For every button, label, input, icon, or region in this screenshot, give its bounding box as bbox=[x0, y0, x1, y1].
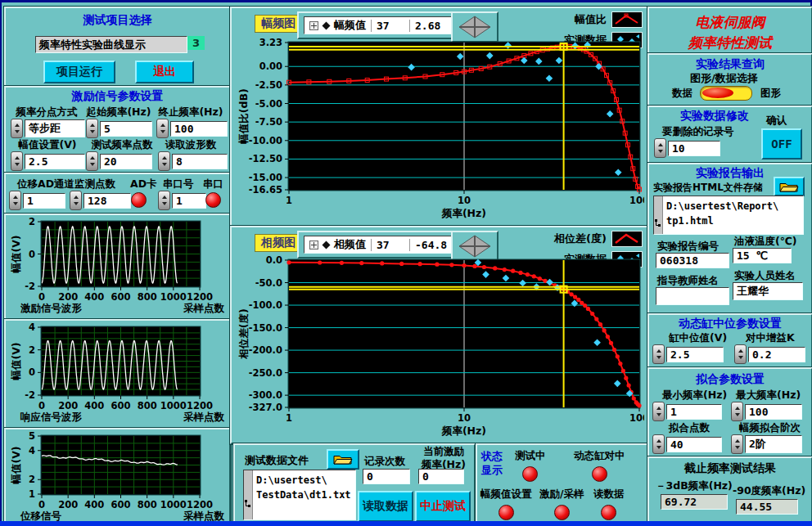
phase-cursor-readout[interactable]: 相频值 37 -64.8 bbox=[297, 231, 463, 259]
browse-file-button[interactable] bbox=[327, 449, 359, 470]
end-freq-value[interactable]: 100 bbox=[170, 121, 228, 137]
path-scroll-strip[interactable] bbox=[654, 196, 663, 234]
mid-position-value[interactable]: 2.5 bbox=[666, 347, 724, 362]
monitor-points-value[interactable]: 128 bbox=[83, 193, 131, 209]
fit-order-control[interactable]: 2阶 bbox=[731, 434, 802, 454]
spinner[interactable] bbox=[734, 344, 747, 364]
folder-icon bbox=[333, 453, 353, 465]
min-freq-value[interactable]: 1 bbox=[666, 404, 722, 420]
excitation-waveform-graph: 02004006008001000120020-2幅值(V)激励信号波形采样点数 bbox=[7, 217, 226, 316]
serial-led-label: 串口 bbox=[203, 178, 223, 191]
legend-row[interactable]: 相位差(度) bbox=[531, 231, 643, 247]
amplitude-value[interactable]: 2.5 bbox=[25, 154, 85, 169]
path-scroll-strip[interactable] bbox=[244, 470, 253, 519]
test-data-path-box[interactable]: D:\usertest\ TestData\dt1.txt bbox=[243, 470, 356, 520]
spinner[interactable] bbox=[86, 151, 98, 171]
delete-record-control[interactable]: 10 bbox=[654, 138, 720, 158]
plus-box-icon[interactable] bbox=[309, 241, 318, 250]
svg-text:激励信号波形: 激励信号波形 bbox=[20, 302, 83, 314]
teacher-value[interactable] bbox=[656, 287, 729, 305]
min-freq-control[interactable]: 1 bbox=[652, 402, 722, 421]
amp-cursor-readout[interactable]: 幅频值 37 2.68 bbox=[297, 11, 463, 39]
mid-position-control[interactable]: 2.5 bbox=[652, 344, 724, 364]
spinner[interactable] bbox=[731, 402, 743, 421]
spinner[interactable] bbox=[158, 151, 170, 171]
operator-value[interactable]: 王耀华 bbox=[733, 282, 803, 300]
wave-count-value[interactable]: 8 bbox=[172, 154, 228, 169]
exit-button[interactable]: 退出 bbox=[135, 61, 194, 83]
start-freq-control[interactable]: 5 bbox=[86, 119, 152, 138]
svg-text:-5.00: -5.00 bbox=[255, 98, 282, 110]
spinner[interactable] bbox=[11, 151, 23, 171]
phase-bode-chart[interactable]: 1101000.0-50.0-100.0-150.0-200.0-250.0-3… bbox=[235, 255, 644, 438]
spinner[interactable] bbox=[9, 191, 21, 210]
run-project-button[interactable]: 项目运行 bbox=[43, 61, 115, 83]
spinner[interactable] bbox=[70, 191, 82, 210]
spinner[interactable] bbox=[86, 119, 98, 138]
svg-text:-327.0: -327.0 bbox=[249, 402, 282, 413]
ad-channel-value[interactable]: 1 bbox=[23, 193, 65, 209]
field-label: 读取波形数 bbox=[156, 138, 225, 152]
ad-channel-control[interactable]: 1 bbox=[9, 191, 65, 210]
path-line: tp1.html bbox=[666, 214, 778, 228]
end-freq-control[interactable]: 100 bbox=[156, 119, 228, 138]
response-waveform-graph: 020040060080010001200420-2幅值(V)响应信号波形采样点… bbox=[7, 322, 226, 425]
spinner[interactable] bbox=[652, 344, 665, 364]
freq-mode-value[interactable]: 等步距 bbox=[25, 119, 85, 137]
min-freq-label: 最小频率(Hz) bbox=[662, 389, 727, 402]
cursor-tools[interactable]: 相频值 bbox=[304, 237, 371, 252]
wave-count-control[interactable]: 8 bbox=[158, 151, 228, 171]
delete-record-value[interactable]: 10 bbox=[668, 141, 720, 156]
graph-data-slider[interactable] bbox=[700, 86, 752, 101]
read-data-button[interactable]: 读取数据 bbox=[358, 491, 413, 522]
amp-bode-chart[interactable]: 1101003.230.00-2.50-5.00-7.50-10.00-12.5… bbox=[235, 38, 644, 221]
amplitude-control[interactable]: 2.5 bbox=[11, 151, 85, 171]
svg-text:100: 100 bbox=[629, 195, 644, 206]
cursor-diamond-icon bbox=[322, 21, 331, 30]
gain-value[interactable]: 0.2 bbox=[748, 347, 805, 362]
svg-text:1: 1 bbox=[286, 412, 292, 424]
report-no-value[interactable]: 060318 bbox=[656, 253, 729, 268]
spinner[interactable] bbox=[156, 119, 169, 138]
serial-no-value[interactable]: 1 bbox=[172, 193, 206, 209]
abort-test-button[interactable]: 中止测试 bbox=[415, 491, 471, 522]
legend-label: 相位差(度) bbox=[554, 232, 607, 246]
legend-row[interactable]: 幅值比 bbox=[531, 11, 643, 28]
spinner[interactable] bbox=[731, 434, 743, 454]
confirm-off-button[interactable]: OFF bbox=[761, 128, 802, 160]
test-points-value[interactable]: 20 bbox=[100, 154, 152, 169]
test-points-control[interactable]: 20 bbox=[86, 151, 152, 171]
test-item-dropdown[interactable]: 频率特性实验曲线显示 bbox=[35, 36, 187, 53]
plus-box-icon[interactable] bbox=[309, 21, 318, 30]
status-led-sampling: 激励/采样 bbox=[539, 488, 584, 520]
gain-control[interactable]: 0.2 bbox=[734, 344, 805, 364]
status-led-amp-set: 幅频值设置 bbox=[480, 488, 532, 520]
max-freq-value[interactable]: 100 bbox=[745, 404, 802, 420]
freq-mode-control[interactable]: 等步距 bbox=[11, 119, 85, 138]
oil-temp-value[interactable]: 15 ℃ bbox=[733, 248, 792, 263]
fit-points-value[interactable]: 40 bbox=[666, 437, 722, 452]
spinner[interactable] bbox=[158, 191, 170, 210]
start-freq-value[interactable]: 5 bbox=[100, 121, 152, 137]
svg-text:1000: 1000 bbox=[160, 499, 187, 510]
cursor-tools[interactable]: 幅频值 bbox=[304, 18, 371, 33]
item-count-indicator: 3 bbox=[187, 36, 205, 50]
spinner[interactable] bbox=[652, 434, 665, 454]
minus90deg-label: -90度频率(Hz) bbox=[733, 484, 805, 498]
monitor-points-control[interactable]: 128 bbox=[70, 191, 131, 210]
svg-text:-300.0: -300.0 bbox=[249, 389, 282, 401]
panel-excitation-waveform: 02004006008001000120020-2幅值(V)激励信号波形采样点数 bbox=[4, 214, 231, 321]
slider-knob[interactable] bbox=[702, 88, 733, 98]
browse-report-button[interactable] bbox=[774, 177, 805, 196]
fit-points-control[interactable]: 40 bbox=[652, 434, 722, 454]
max-freq-control[interactable]: 100 bbox=[731, 402, 802, 421]
report-path-box[interactable]: D:\usertest\Report\ tp1.html bbox=[653, 196, 804, 235]
svg-text:-2: -2 bbox=[25, 389, 35, 401]
serial-no-control[interactable]: 1 bbox=[158, 191, 206, 210]
spinner[interactable] bbox=[11, 119, 23, 138]
spinner[interactable] bbox=[652, 402, 665, 421]
spinner[interactable] bbox=[654, 138, 666, 158]
svg-text:0: 0 bbox=[38, 400, 45, 411]
fit-order-value[interactable]: 2阶 bbox=[745, 435, 802, 453]
svg-text:-15.00: -15.00 bbox=[249, 172, 282, 183]
